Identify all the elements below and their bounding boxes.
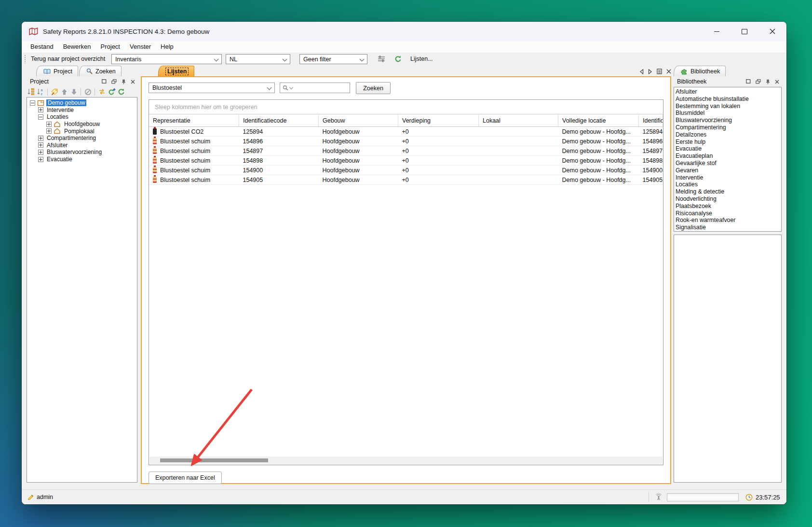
column-header-verdieping[interactable]: Verdieping: [398, 114, 479, 127]
menu-item-bestand[interactable]: Bestand: [26, 41, 58, 53]
transfer-icon[interactable]: [97, 88, 106, 96]
library-item-evacuatie[interactable]: Evacuatie: [676, 145, 781, 153]
table-row[interactable]: Blustoestel schuim154905Hoofdgebouw+0Dem…: [149, 175, 663, 185]
table-row[interactable]: Blustoestel CO2125894Hoofdgebouw+0Demo g…: [149, 127, 663, 137]
refresh-icon[interactable]: [394, 55, 402, 63]
tree-item-pomplokaal[interactable]: Pomplokaal: [27, 127, 137, 135]
refresh-icon[interactable]: [117, 88, 125, 96]
expander-plus-icon[interactable]: [38, 136, 43, 141]
scrollbar-thumb[interactable]: [160, 458, 268, 462]
tab-scroll-right-icon[interactable]: [648, 69, 652, 74]
menu-item-help[interactable]: Help: [156, 41, 178, 53]
column-header-representatie[interactable]: Representatie: [149, 114, 239, 127]
filter-select[interactable]: Geen filter: [299, 54, 367, 64]
table-row[interactable]: Blustoestel schuim154898Hoofdgebouw+0Dem…: [149, 156, 663, 166]
tab-close-icon[interactable]: [666, 69, 671, 74]
panel-close-icon[interactable]: [775, 80, 779, 84]
move-down-icon[interactable]: [69, 88, 78, 96]
edit-tag-icon[interactable]: [50, 88, 59, 96]
menu-item-project[interactable]: Project: [96, 41, 125, 53]
panel-maximize-icon[interactable]: [102, 79, 107, 84]
expander-plus-icon[interactable]: [38, 142, 43, 148]
panel-close-icon[interactable]: [131, 80, 135, 84]
library-item-noodverlichting[interactable]: Noodverlichting: [676, 195, 781, 203]
tab-lijsten[interactable]: Lijsten: [158, 66, 194, 76]
panel-pin-icon[interactable]: [766, 79, 770, 84]
library-item-gevaren[interactable]: Gevaren: [676, 167, 781, 174]
tree-item-compartimentering[interactable]: Compartimentering: [27, 135, 137, 142]
library-item-compartimentering[interactable]: Compartimentering: [676, 124, 781, 131]
close-button[interactable]: [758, 22, 786, 41]
block-icon[interactable]: [83, 88, 92, 96]
library-item-signalisatie[interactable]: Signalisatie: [676, 224, 781, 231]
minimize-button[interactable]: [703, 22, 731, 41]
table-row[interactable]: Blustoestel schuim154896Hoofdgebouw+0Dem…: [149, 137, 663, 146]
library-item-afsluiter[interactable]: Afsluiter: [676, 88, 781, 96]
tree-item-demo-gebouw[interactable]: Demo gebouw: [27, 99, 137, 107]
tree-item-afsluiter[interactable]: Afsluiter: [27, 142, 137, 149]
library-item-melding-detectie[interactable]: Melding & detectie: [676, 188, 781, 195]
sort-alpha-icon[interactable]: az: [36, 88, 45, 96]
search-options-chevron-icon[interactable]: [289, 85, 293, 89]
panel-float-icon[interactable]: [111, 79, 117, 84]
library-item-eerste-hulp[interactable]: Eerste hulp: [676, 139, 781, 146]
panel-maximize-icon[interactable]: [746, 79, 751, 84]
list-type-select[interactable]: Blustoestel: [149, 83, 275, 93]
expander-plus-icon[interactable]: [46, 128, 52, 134]
library-item-interventie[interactable]: Interventie: [676, 174, 781, 181]
library-item-locaties[interactable]: Locaties: [676, 181, 781, 188]
library-item-gevaarlijke-stof[interactable]: Gevaarlijke stof: [676, 160, 781, 167]
tree-item-locaties[interactable]: Locaties: [27, 113, 137, 121]
refresh-add-icon[interactable]: [107, 88, 116, 96]
view-select[interactable]: Inventaris: [111, 54, 222, 64]
library-item-blusmiddel[interactable]: Blusmiddel: [676, 110, 781, 117]
language-select[interactable]: NL: [226, 54, 290, 64]
toolbar-grip[interactable]: [25, 55, 26, 63]
title-bar[interactable]: Safety Reports 2.8.21.0 INSPECTION 4.3: …: [22, 22, 786, 41]
library-item-risicoanalyse[interactable]: Risicoanalyse: [676, 210, 781, 217]
lists-button[interactable]: Lijsten...: [410, 53, 433, 65]
expander-minus-icon[interactable]: [30, 100, 35, 106]
tab-project[interactable]: Project: [36, 66, 78, 76]
tree-item-bluswatervoorziening[interactable]: Bluswatervoorziening: [27, 149, 137, 156]
expander-minus-icon[interactable]: [38, 114, 43, 120]
tab-scroll-left-icon[interactable]: [639, 69, 644, 74]
zoeken-button[interactable]: Zoeken: [356, 82, 391, 94]
library-item-automatische-blusinstallatie[interactable]: Automatische blusinstallatie: [676, 96, 781, 103]
expander-plus-icon[interactable]: [38, 150, 43, 155]
column-header-gebouw[interactable]: Gebouw: [319, 114, 398, 127]
horizontal-scrollbar[interactable]: [149, 457, 663, 464]
library-item-rook-en-warmteafvoer[interactable]: Rook-en warmteafvoer: [676, 217, 781, 224]
table-row[interactable]: Blustoestel schuim154900Hoofdgebouw+0Dem…: [149, 166, 663, 175]
tab-zoeken[interactable]: Zoeken: [79, 66, 122, 76]
panel-float-icon[interactable]: [756, 79, 761, 84]
filter-settings-icon[interactable]: [377, 55, 386, 63]
menu-item-venster[interactable]: Venster: [125, 41, 156, 53]
library-item-detailzones[interactable]: Detailzones: [676, 131, 781, 139]
expander-plus-icon[interactable]: [38, 107, 43, 112]
library-item-evacuatieplan[interactable]: Evacuatieplan: [676, 153, 781, 160]
tree-item-evacuatie[interactable]: Evacuatie: [27, 156, 137, 163]
tab-bibliotheek[interactable]: Bibliotheek: [674, 66, 726, 76]
library-item-bluswatervoorziening[interactable]: Bluswatervoorziening: [676, 117, 781, 124]
tree-item-hoofdgebouw[interactable]: Hoofdgebouw: [27, 121, 137, 128]
tree-item-interventie[interactable]: Interventie: [27, 107, 137, 114]
sort-hierarchy-icon[interactable]: [27, 88, 35, 96]
library-item-plaatsbezoek[interactable]: Plaatsbezoek: [676, 203, 781, 210]
column-header-volledige-locatie[interactable]: Volledige locatie: [558, 114, 639, 127]
maximize-button[interactable]: [731, 22, 758, 41]
table-row[interactable]: Blustoestel schuim154897Hoofdgebouw+0Dem…: [149, 146, 663, 156]
search-input[interactable]: [294, 84, 350, 92]
expander-plus-icon[interactable]: [46, 122, 52, 127]
tab-list-icon[interactable]: [657, 69, 662, 74]
back-to-project-overview-button[interactable]: Terug naar project overzicht: [31, 53, 105, 65]
column-header-lokaal[interactable]: Lokaal: [479, 114, 558, 127]
column-header-identificatiecode[interactable]: Identificatiecode: [239, 114, 319, 127]
library-item-bestemming-van-lokalen[interactable]: Bestemming van lokalen: [676, 103, 781, 110]
move-up-icon[interactable]: [60, 88, 68, 96]
expander-plus-icon[interactable]: [38, 157, 43, 162]
panel-pin-icon[interactable]: [122, 79, 126, 84]
export-to-excel-button[interactable]: Exporteren naar Excel: [149, 472, 222, 484]
menu-item-bewerken[interactable]: Bewerken: [58, 41, 96, 53]
column-header-identificatiecode[interactable]: Identificatiecode: [639, 114, 663, 127]
